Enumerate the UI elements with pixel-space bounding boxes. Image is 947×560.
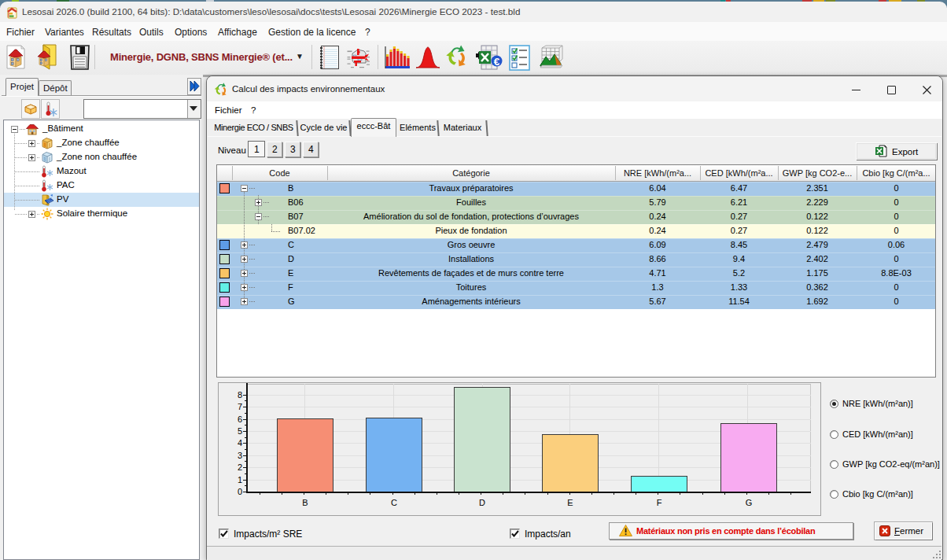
svg-text:€: € — [494, 56, 500, 68]
